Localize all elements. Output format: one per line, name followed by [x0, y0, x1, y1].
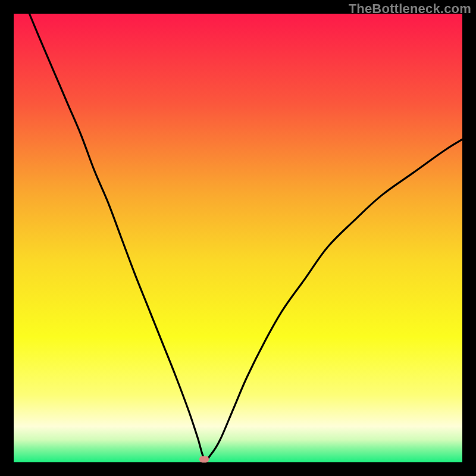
chart-frame: TheBottleneck.com: [0, 0, 476, 476]
watermark-text: TheBottleneck.com: [349, 1, 471, 17]
plot-area: [14, 14, 462, 462]
bottleneck-curve: [14, 14, 462, 462]
optimum-marker: [199, 456, 209, 463]
